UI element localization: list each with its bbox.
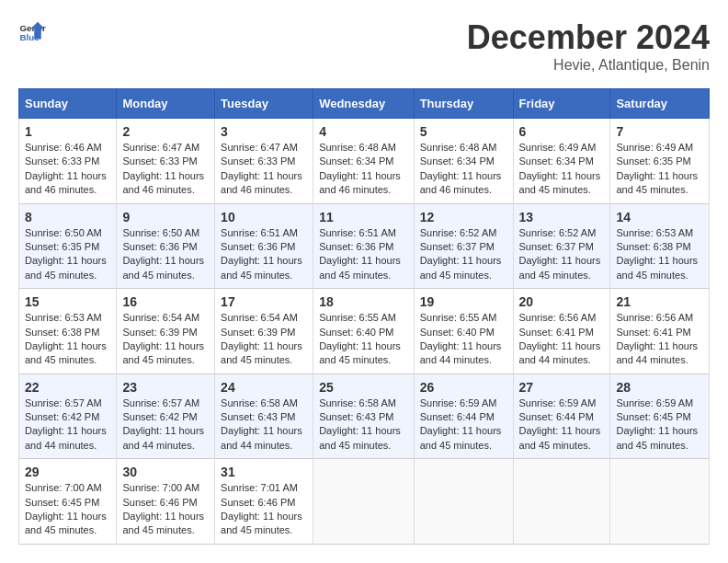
sunrise-label: Sunrise: 6:59 AM	[420, 397, 497, 408]
sunrise-label: Sunrise: 6:57 AM	[25, 397, 102, 408]
sunrise-label: Sunrise: 6:54 AM	[122, 312, 199, 323]
sunset-label: Sunset: 6:44 PM	[420, 411, 495, 422]
daylight-label: Daylight: 11 hours and 45 minutes.	[25, 340, 107, 365]
sunset-label: Sunset: 6:37 PM	[519, 241, 594, 252]
daylight-label: Daylight: 11 hours and 45 minutes.	[319, 255, 401, 280]
daylight-label: Daylight: 11 hours and 45 minutes.	[122, 340, 204, 365]
sunrise-label: Sunrise: 6:47 AM	[122, 142, 199, 153]
sunrise-label: Sunrise: 7:00 AM	[25, 482, 102, 493]
day-info: Sunrise: 6:50 AM Sunset: 6:36 PM Dayligh…	[122, 226, 209, 283]
daylight-label: Daylight: 11 hours and 45 minutes.	[122, 255, 204, 280]
day-info: Sunrise: 6:58 AM Sunset: 6:43 PM Dayligh…	[319, 396, 408, 454]
calendar-cell: 8 Sunrise: 6:50 AM Sunset: 6:35 PM Dayli…	[19, 203, 117, 289]
calendar-cell: 3 Sunrise: 6:47 AM Sunset: 6:33 PM Dayli…	[215, 119, 313, 204]
day-info: Sunrise: 7:00 AM Sunset: 6:45 PM Dayligh…	[25, 481, 110, 538]
calendar-cell	[513, 459, 610, 545]
day-number: 25	[319, 380, 408, 395]
sunset-label: Sunset: 6:44 PM	[519, 411, 594, 422]
calendar-cell: 29 Sunrise: 7:00 AM Sunset: 6:45 PM Dayl…	[19, 459, 117, 545]
sunset-label: Sunset: 6:33 PM	[122, 155, 197, 167]
daylight-label: Daylight: 11 hours and 46 minutes.	[420, 170, 502, 195]
calendar-cell: 1 Sunrise: 6:46 AM Sunset: 6:33 PM Dayli…	[19, 119, 117, 204]
sunset-label: Sunset: 6:40 PM	[319, 327, 393, 338]
sunrise-label: Sunrise: 6:50 AM	[122, 227, 199, 238]
sunrise-label: Sunrise: 6:53 AM	[25, 312, 102, 323]
calendar-cell: 31 Sunrise: 7:01 AM Sunset: 6:46 PM Dayl…	[215, 459, 313, 545]
calendar-cell	[313, 459, 415, 545]
day-info: Sunrise: 6:52 AM Sunset: 6:37 PM Dayligh…	[420, 226, 507, 283]
sunrise-label: Sunrise: 6:58 AM	[319, 397, 396, 408]
calendar-cell: 14 Sunrise: 6:53 AM Sunset: 6:38 PM Dayl…	[610, 203, 710, 289]
sunset-label: Sunset: 6:34 PM	[519, 155, 594, 167]
sunset-label: Sunset: 6:40 PM	[420, 327, 495, 338]
day-info: Sunrise: 7:00 AM Sunset: 6:46 PM Dayligh…	[122, 481, 209, 538]
calendar-cell: 19 Sunrise: 6:55 AM Sunset: 6:40 PM Dayl…	[414, 289, 513, 374]
logo: General Blue	[18, 18, 46, 46]
day-number: 17	[221, 294, 307, 309]
calendar-cell: 15 Sunrise: 6:53 AM Sunset: 6:38 PM Dayl…	[19, 289, 117, 374]
sunset-label: Sunset: 6:45 PM	[25, 497, 99, 508]
day-info: Sunrise: 6:56 AM Sunset: 6:41 PM Dayligh…	[616, 311, 703, 368]
day-number: 22	[25, 380, 110, 395]
calendar-cell: 21 Sunrise: 6:56 AM Sunset: 6:41 PM Dayl…	[610, 289, 710, 374]
sunrise-label: Sunrise: 6:56 AM	[519, 312, 597, 323]
header-day-sunday: Sunday	[19, 89, 117, 119]
sunrise-label: Sunrise: 6:59 AM	[616, 397, 693, 408]
day-number: 30	[122, 465, 209, 479]
day-info: Sunrise: 6:48 AM Sunset: 6:34 PM Dayligh…	[420, 141, 507, 198]
calendar-cell: 13 Sunrise: 6:52 AM Sunset: 6:37 PM Dayl…	[513, 203, 610, 289]
logo-icon: General Blue	[18, 18, 46, 46]
calendar-week-row: 29 Sunrise: 7:00 AM Sunset: 6:45 PM Dayl…	[19, 459, 710, 545]
sunrise-label: Sunrise: 6:50 AM	[25, 227, 102, 238]
daylight-label: Daylight: 11 hours and 44 minutes.	[122, 425, 204, 450]
day-number: 15	[25, 294, 110, 309]
sunset-label: Sunset: 6:35 PM	[25, 241, 99, 252]
sunrise-label: Sunrise: 6:58 AM	[221, 397, 298, 408]
calendar-cell: 16 Sunrise: 6:54 AM Sunset: 6:39 PM Dayl…	[117, 289, 215, 374]
day-info: Sunrise: 6:49 AM Sunset: 6:35 PM Dayligh…	[616, 141, 703, 198]
daylight-label: Daylight: 11 hours and 44 minutes.	[616, 340, 698, 365]
calendar-cell: 26 Sunrise: 6:59 AM Sunset: 6:44 PM Dayl…	[414, 373, 513, 459]
day-info: Sunrise: 6:52 AM Sunset: 6:37 PM Dayligh…	[519, 226, 605, 283]
daylight-label: Daylight: 11 hours and 46 minutes.	[319, 170, 401, 195]
daylight-label: Daylight: 11 hours and 46 minutes.	[221, 170, 302, 195]
daylight-label: Daylight: 11 hours and 44 minutes.	[519, 340, 601, 365]
sunrise-label: Sunrise: 6:47 AM	[221, 142, 298, 153]
day-number: 28	[616, 380, 703, 395]
calendar-table: SundayMondayTuesdayWednesdayThursdayFrid…	[18, 88, 710, 545]
daylight-label: Daylight: 11 hours and 44 minutes.	[420, 340, 502, 365]
day-number: 29	[25, 465, 110, 479]
sunrise-label: Sunrise: 6:49 AM	[616, 142, 693, 153]
daylight-label: Daylight: 11 hours and 45 minutes.	[122, 511, 204, 535]
sunset-label: Sunset: 6:46 PM	[122, 497, 197, 508]
daylight-label: Daylight: 11 hours and 45 minutes.	[519, 425, 601, 450]
calendar-cell: 7 Sunrise: 6:49 AM Sunset: 6:35 PM Dayli…	[610, 119, 710, 204]
day-info: Sunrise: 6:53 AM Sunset: 6:38 PM Dayligh…	[25, 311, 110, 368]
day-number: 16	[122, 294, 209, 309]
day-info: Sunrise: 6:58 AM Sunset: 6:43 PM Dayligh…	[221, 396, 307, 454]
calendar-cell	[610, 459, 710, 545]
day-number: 9	[122, 210, 209, 224]
calendar-week-row: 15 Sunrise: 6:53 AM Sunset: 6:38 PM Dayl…	[19, 289, 710, 374]
day-info: Sunrise: 6:55 AM Sunset: 6:40 PM Dayligh…	[420, 311, 507, 368]
sunset-label: Sunset: 6:34 PM	[420, 155, 495, 167]
day-info: Sunrise: 6:54 AM Sunset: 6:39 PM Dayligh…	[122, 311, 209, 368]
sunset-label: Sunset: 6:33 PM	[221, 155, 295, 167]
day-number: 20	[519, 294, 605, 309]
sunset-label: Sunset: 6:35 PM	[616, 155, 690, 167]
day-info: Sunrise: 6:51 AM Sunset: 6:36 PM Dayligh…	[319, 226, 408, 283]
day-number: 18	[319, 294, 408, 309]
sunset-label: Sunset: 6:42 PM	[25, 411, 99, 422]
page-header: General Blue December 2024 Hevie, Atlant…	[18, 18, 710, 74]
day-info: Sunrise: 6:54 AM Sunset: 6:39 PM Dayligh…	[221, 311, 307, 368]
calendar-cell	[414, 459, 513, 545]
sunrise-label: Sunrise: 7:00 AM	[122, 482, 199, 493]
sunrise-label: Sunrise: 6:59 AM	[519, 397, 597, 408]
day-info: Sunrise: 6:59 AM Sunset: 6:45 PM Dayligh…	[616, 396, 703, 454]
day-info: Sunrise: 6:55 AM Sunset: 6:40 PM Dayligh…	[319, 311, 408, 368]
sunset-label: Sunset: 6:41 PM	[616, 327, 690, 338]
sunrise-label: Sunrise: 6:55 AM	[319, 312, 396, 323]
sunrise-label: Sunrise: 6:52 AM	[420, 227, 497, 238]
day-info: Sunrise: 6:48 AM Sunset: 6:34 PM Dayligh…	[319, 141, 408, 198]
daylight-label: Daylight: 11 hours and 45 minutes.	[519, 170, 601, 195]
